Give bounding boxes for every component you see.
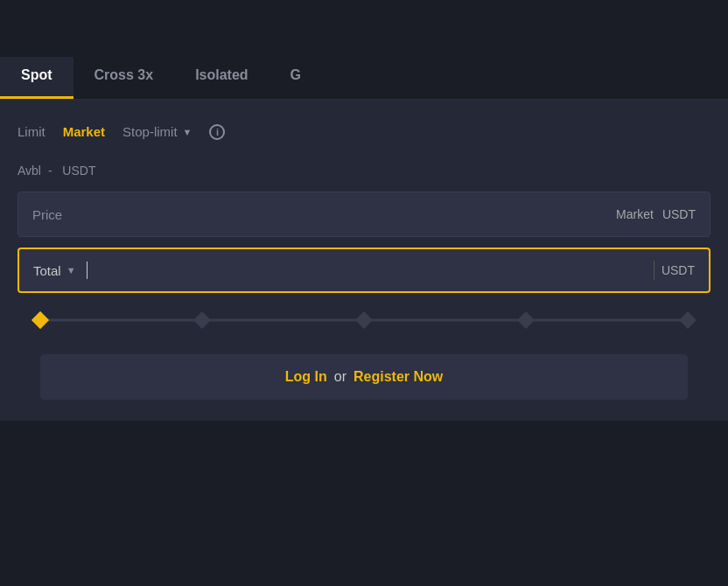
slider-marker-25[interactable] <box>193 311 211 329</box>
total-label-wrap: Total ▼ <box>33 263 76 278</box>
available-balance-row: Avbl - USDT <box>18 164 710 178</box>
tab-spot[interactable]: Spot <box>0 57 74 99</box>
total-currency-label: USDT <box>662 263 695 277</box>
slider-marker-75[interactable] <box>517 311 535 329</box>
order-type-stop-limit-wrap: Stop-limit ▼ <box>122 121 192 143</box>
tab-cross3x[interactable]: Cross 3x <box>74 57 175 99</box>
trading-panel: Spot Cross 3x Isolated G Limit Market St… <box>0 0 728 586</box>
info-icon[interactable]: i <box>209 124 225 140</box>
price-right-labels: Market USDT <box>616 207 696 221</box>
order-type-bar: Limit Market Stop-limit ▼ i <box>18 121 710 143</box>
price-field: Market USDT <box>18 192 710 237</box>
auth-separator: or <box>334 369 346 385</box>
slider-track-wrapper <box>40 307 688 333</box>
slider-marker-0[interactable] <box>32 311 49 329</box>
total-input[interactable] <box>91 263 647 278</box>
order-type-limit[interactable]: Limit <box>18 121 46 143</box>
order-type-stop-limit[interactable]: Stop-limit <box>122 121 178 143</box>
tab-more[interactable]: G <box>270 57 322 99</box>
tab-bar: Spot Cross 3x Isolated G <box>0 0 728 100</box>
total-label: Total <box>33 263 61 278</box>
slider-marker-100[interactable] <box>679 311 696 329</box>
total-divider <box>654 261 654 280</box>
order-type-market[interactable]: Market <box>63 121 105 143</box>
price-market-label: Market <box>616 207 654 221</box>
stop-limit-dropdown-icon[interactable]: ▼ <box>183 127 192 137</box>
price-input[interactable] <box>32 207 616 222</box>
price-currency-label: USDT <box>662 207 696 221</box>
total-field: Total ▼ USDT <box>18 248 710 293</box>
tab-isolated[interactable]: Isolated <box>174 57 269 99</box>
total-dropdown-icon[interactable]: ▼ <box>66 265 76 276</box>
amount-slider[interactable] <box>18 307 710 333</box>
auth-button[interactable]: Log In or Register Now <box>40 354 688 400</box>
register-link[interactable]: Register Now <box>354 369 443 385</box>
avbl-label: Avbl <box>18 164 41 178</box>
avbl-value: - USDT <box>48 164 95 178</box>
total-cursor <box>87 262 88 279</box>
order-form: Limit Market Stop-limit ▼ i Avbl - USDT <box>0 100 728 421</box>
slider-marker-50[interactable] <box>355 311 373 329</box>
login-link[interactable]: Log In <box>285 369 327 385</box>
